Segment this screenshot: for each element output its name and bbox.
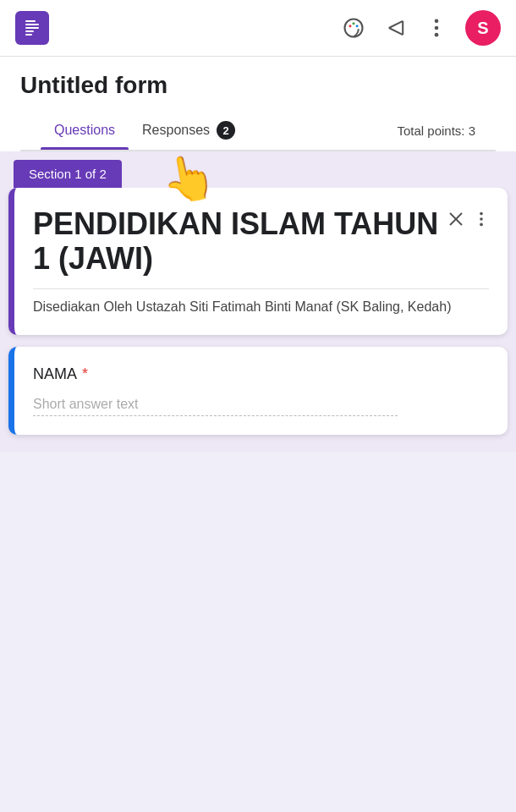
svg-point-15 xyxy=(480,217,483,221)
close-icon[interactable] xyxy=(447,210,465,228)
app-icon[interactable] xyxy=(15,11,49,45)
tab-responses[interactable]: Responses 2 xyxy=(129,111,249,150)
svg-point-8 xyxy=(356,25,359,27)
send-icon[interactable] xyxy=(384,16,408,40)
tabs-bar: Questions Responses 2 Total points: 3 xyxy=(20,111,496,151)
svg-rect-2 xyxy=(25,27,39,29)
form-header-card: PENDIDIKAN ISLAM TAHUN 1 (JAWI) xyxy=(8,188,508,335)
svg-point-5 xyxy=(345,19,363,37)
svg-rect-1 xyxy=(25,24,39,25)
svg-point-9 xyxy=(435,19,439,24)
app-header: S xyxy=(0,0,516,57)
svg-point-10 xyxy=(435,26,439,30)
question-card: NAMA * Short answer text xyxy=(8,347,508,435)
form-title: Untitled form xyxy=(20,72,496,99)
more-vertical-icon[interactable] xyxy=(426,16,447,40)
svg-rect-3 xyxy=(25,30,34,32)
palette-icon[interactable] xyxy=(342,16,365,40)
card-actions xyxy=(447,210,489,228)
svg-point-16 xyxy=(480,223,483,227)
section-bar: Section 1 of 2 👆 xyxy=(0,151,516,188)
hand-emoji: 👆 xyxy=(156,149,220,209)
required-star: * xyxy=(82,365,88,383)
card-divider xyxy=(33,288,489,289)
section-label: Section 1 of 2 xyxy=(14,160,122,188)
responses-badge: 2 xyxy=(217,121,235,140)
svg-rect-4 xyxy=(25,34,32,36)
svg-point-14 xyxy=(480,212,483,216)
question-label: NAMA * xyxy=(33,365,489,383)
header-left xyxy=(15,11,49,45)
avatar[interactable]: S xyxy=(465,10,501,46)
card-subtitle: Disediakan Oleh Ustazah Siti Fatimah Bin… xyxy=(33,298,489,316)
form-title-area: Untitled form Questions Responses 2 Tota… xyxy=(0,57,516,151)
more-vertical-icon[interactable] xyxy=(474,210,489,228)
cards-area: PENDIDIKAN ISLAM TAHUN 1 (JAWI) xyxy=(0,188,516,452)
svg-point-7 xyxy=(352,22,354,25)
tab-questions[interactable]: Questions xyxy=(41,112,129,148)
svg-point-6 xyxy=(349,25,351,27)
short-answer-placeholder[interactable]: Short answer text xyxy=(33,397,398,416)
card-title: PENDIDIKAN ISLAM TAHUN 1 (JAWI) xyxy=(33,206,447,277)
header-right: S xyxy=(342,10,501,46)
svg-rect-0 xyxy=(25,20,36,22)
total-points: Total points: 3 xyxy=(397,123,475,138)
svg-point-11 xyxy=(435,33,439,37)
